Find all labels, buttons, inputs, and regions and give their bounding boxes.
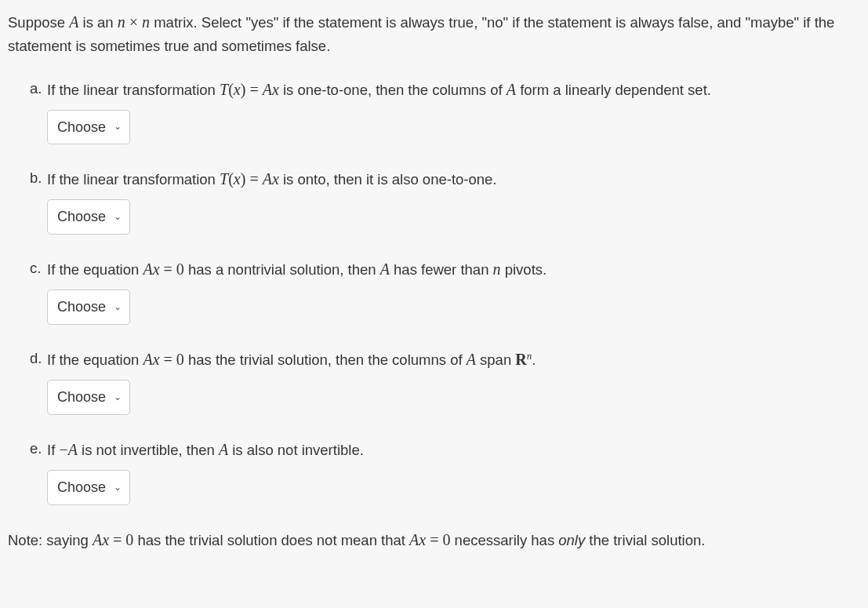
text: If: [47, 442, 59, 458]
math-A: A: [93, 531, 102, 548]
text: If the linear transformation: [47, 82, 220, 98]
chevron-down-icon: ⌄: [114, 300, 122, 315]
chevron-down-icon: ⌄: [114, 390, 122, 405]
text: is an: [78, 14, 117, 31]
text: Note: saying: [8, 532, 93, 548]
question-e: e. If −A is not invertible, then A is al…: [30, 437, 860, 505]
math-A: A: [69, 13, 78, 31]
math-A: A: [467, 351, 476, 368]
note-text: Note: saying Ax = 0 has the trivial solu…: [8, 527, 860, 552]
answer-select-c[interactable]: Choose ⌄: [47, 289, 130, 325]
question-c: c. If the equation Ax = 0 has a nontrivi…: [30, 257, 860, 325]
math-T: T: [220, 81, 228, 98]
question-letter: a.: [30, 77, 47, 100]
math-A: A: [263, 81, 272, 98]
text: is onto, then it is also one-to-one.: [279, 171, 497, 187]
emphasis-only: only: [558, 532, 585, 548]
text: is not invertible, then: [78, 442, 219, 458]
question-letter: c.: [30, 257, 47, 280]
math-x: x: [419, 531, 426, 548]
math-times: ×: [125, 13, 142, 31]
text: is one-to-one, then the columns of: [279, 82, 507, 98]
math-n: n: [493, 260, 501, 278]
math-x: x: [272, 81, 279, 98]
math-A: A: [380, 260, 390, 278]
text: If the linear transformation: [47, 171, 220, 187]
question-text: If the equation Ax = 0 has the trivial s…: [47, 347, 860, 372]
math-A: A: [219, 441, 228, 458]
chevron-down-icon: ⌄: [114, 119, 122, 134]
math-x: x: [153, 351, 160, 368]
question-text: If the linear transformation T(x) = Ax i…: [47, 166, 860, 191]
math-A: A: [68, 441, 78, 458]
text: has the trivial solution does not mean t…: [133, 532, 409, 548]
question-list: a. If the linear transformation T(x) = A…: [8, 77, 860, 505]
math-A: A: [507, 81, 516, 98]
question-text: If −A is not invertible, then A is also …: [47, 437, 860, 462]
math-n: n: [118, 13, 125, 31]
text: .: [532, 351, 536, 368]
text: has a nontrivial solution, then: [184, 261, 380, 278]
chevron-down-icon: ⌄: [114, 209, 122, 224]
question-a: a. If the linear transformation T(x) = A…: [30, 77, 860, 145]
question-d: d. If the equation Ax = 0 has the trivia…: [30, 347, 860, 415]
math-paren: (: [228, 81, 234, 98]
question-text: If the linear transformation T(x) = Ax i…: [47, 77, 860, 102]
chevron-down-icon: ⌄: [114, 480, 122, 495]
math-A: A: [143, 351, 152, 368]
text: If the equation: [47, 351, 143, 368]
math-A: A: [143, 260, 152, 278]
math-x: x: [234, 81, 241, 98]
math-paren: (: [228, 170, 234, 187]
intro-text: Suppose A is an n × n matrix. Select "ye…: [8, 9, 860, 58]
question-text: If the equation Ax = 0 has a nontrivial …: [47, 257, 860, 282]
math-eq-zero: = 0: [109, 531, 133, 548]
math-n: n: [142, 13, 150, 31]
text: necessarily has: [450, 532, 558, 548]
question-letter: b.: [30, 166, 47, 190]
math-paren-eq: ) =: [241, 170, 263, 187]
select-label: Choose: [57, 116, 106, 139]
math-x: x: [153, 260, 160, 278]
question-b: b. If the linear transformation T(x) = A…: [30, 166, 860, 235]
answer-select-d[interactable]: Choose ⌄: [47, 380, 130, 415]
select-label: Choose: [57, 296, 106, 319]
text: pivots.: [501, 261, 547, 278]
select-label: Choose: [57, 206, 106, 228]
math-eq-zero: = 0: [160, 260, 184, 278]
text: Suppose: [8, 14, 69, 31]
answer-select-e[interactable]: Choose ⌄: [47, 470, 130, 505]
math-eq-zero: = 0: [426, 531, 450, 548]
select-label: Choose: [57, 476, 106, 499]
answer-select-a[interactable]: Choose ⌄: [47, 110, 130, 145]
text: If the equation: [47, 261, 143, 278]
text: is also not invertible.: [228, 442, 364, 458]
math-T: T: [220, 170, 228, 187]
text: form a linearly dependent set.: [516, 82, 711, 98]
question-letter: e.: [30, 437, 47, 461]
math-A: A: [409, 531, 419, 548]
math-A: A: [263, 170, 272, 187]
math-paren-eq: ) =: [241, 81, 263, 98]
answer-select-b[interactable]: Choose ⌄: [47, 199, 130, 235]
text: has the trivial solution, then the colum…: [184, 351, 467, 368]
math-x: x: [272, 170, 279, 187]
math-neg: −: [59, 441, 67, 458]
text: has fewer than: [390, 261, 493, 278]
math-R: R: [515, 351, 526, 368]
text: the trivial solution.: [585, 532, 705, 548]
math-eq-zero: = 0: [160, 351, 184, 368]
question-letter: d.: [30, 347, 47, 370]
math-x: x: [234, 170, 241, 187]
math-x: x: [102, 531, 109, 548]
select-label: Choose: [57, 386, 106, 409]
text: span: [476, 351, 515, 368]
